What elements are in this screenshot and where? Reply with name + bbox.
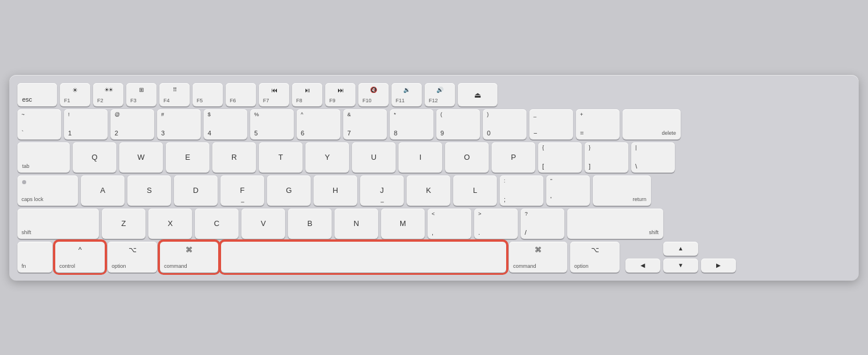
key-rbracket[interactable]: } ] [585,142,628,173]
key-q[interactable]: Q [73,142,116,173]
key-option-right[interactable]: ⌥ option [570,242,620,272]
key-9[interactable]: ( 9 [436,109,480,139]
keyboard: esc ☀ F1 ☀☀ F2 ⊞ F3 ⠿ F4 F5 F6 ⏮ F7 ⏯ [9,75,859,281]
key-return[interactable]: return [593,175,651,206]
key-comma[interactable]: < , [428,209,471,239]
key-e[interactable]: E [166,142,209,173]
key-f5[interactable]: F5 [193,83,223,106]
key-command-left[interactable]: ⌘ command [160,242,218,272]
arrow-cluster: ▲ ◀ ▼ ▶ [625,242,736,272]
key-minus[interactable]: _ − [529,109,573,139]
fn-row: esc ☀ F1 ☀☀ F2 ⊞ F3 ⠿ F4 F5 F6 ⏮ F7 ⏯ [17,83,851,106]
key-i[interactable]: I [399,142,442,173]
capslock-indicator [22,180,26,184]
key-arrow-right[interactable]: ▶ [701,259,736,272]
key-y[interactable]: Y [305,142,349,173]
command-icon-left: ⌘ [164,246,214,254]
key-v[interactable]: V [241,209,285,239]
key-capslock[interactable]: caps lock [17,175,78,206]
key-c[interactable]: C [195,209,239,239]
key-slash[interactable]: ? / [521,209,564,239]
key-b[interactable]: B [288,209,332,239]
control-up-icon: ^ [59,246,101,254]
key-eject[interactable]: ⏏ [458,83,497,106]
key-arrow-left[interactable]: ◀ [625,259,660,272]
key-x[interactable]: X [148,209,192,239]
key-g[interactable]: G [267,175,311,206]
key-equal[interactable]: + = [576,109,620,139]
key-2[interactable]: @ 2 [111,109,154,139]
key-w[interactable]: W [119,142,163,173]
key-fn[interactable]: fn [17,242,52,272]
key-f12[interactable]: 🔊 F12 [425,83,455,106]
key-tab[interactable]: tab [17,142,70,173]
key-8[interactable]: * 8 [390,109,433,139]
key-3[interactable]: # 3 [157,109,201,139]
asdf-row: caps lock A S D F G H J K L [17,175,851,206]
key-h[interactable]: H [314,175,357,206]
key-f4[interactable]: ⠿ F4 [159,83,190,106]
key-option-left[interactable]: ⌥ option [108,242,157,272]
key-4[interactable]: $ 4 [204,109,247,139]
qwerty-row: tab Q W E R T Y U I O P [17,142,851,173]
key-f9[interactable]: ⏭ F9 [325,83,355,106]
key-n[interactable]: N [335,209,378,239]
command-icon-right: ⌘ [513,246,563,254]
key-f[interactable]: F [220,175,264,206]
key-f7[interactable]: ⏮ F7 [259,83,289,106]
key-0[interactable]: ) 0 [483,109,527,139]
key-5[interactable]: % 5 [250,109,294,139]
key-a[interactable]: A [81,175,124,206]
key-grave[interactable]: ~ ` [17,109,61,139]
key-r[interactable]: R [212,142,256,173]
key-f10[interactable]: 🔇 F10 [358,83,389,106]
key-esc[interactable]: esc [17,83,57,106]
key-control[interactable]: ^ control [55,242,105,272]
key-shift-right[interactable]: shift [567,209,663,239]
key-lbracket[interactable]: { [ [538,142,582,173]
bottom-row: fn ^ control ⌥ option ⌘ command ⌘ comman… [17,242,851,272]
key-f1[interactable]: ☀ F1 [60,83,90,106]
key-6[interactable]: ^ 6 [297,109,340,139]
arrow-up-row: ▲ [625,242,736,256]
key-1[interactable]: ! 1 [64,109,108,139]
key-u[interactable]: U [352,142,396,173]
key-period[interactable]: > . [474,209,518,239]
arrow-bottom-row: ◀ ▼ ▶ [625,259,736,272]
number-row: ~ ` ! 1 @ 2 # 3 $ 4 % 5 ^ 6 & 7 [17,109,851,139]
key-j[interactable]: J [360,175,404,206]
key-space[interactable] [221,242,506,272]
key-f3[interactable]: ⊞ F3 [126,83,156,106]
key-backslash[interactable]: | \ [631,142,675,173]
key-arrow-down[interactable]: ▼ [663,259,698,272]
key-quote[interactable]: " ' [546,175,590,206]
key-o[interactable]: O [445,142,489,173]
key-d[interactable]: D [174,175,218,206]
zxcv-row: shift Z X C V B N M < , > . [17,209,851,239]
option-icon-right: ⌥ [574,246,616,254]
key-s[interactable]: S [127,175,171,206]
key-f11[interactable]: 🔉 F11 [392,83,422,106]
key-k[interactable]: K [407,175,450,206]
key-shift-left[interactable]: shift [17,209,99,239]
key-t[interactable]: T [259,142,303,173]
key-m[interactable]: M [381,209,425,239]
key-arrow-up[interactable]: ▲ [663,242,698,256]
key-delete[interactable]: delete [622,109,681,139]
key-command-right[interactable]: ⌘ command [509,242,567,272]
key-f6[interactable]: F6 [226,83,256,106]
key-f8[interactable]: ⏯ F8 [292,83,322,106]
key-l[interactable]: L [453,175,497,206]
key-z[interactable]: Z [102,209,145,239]
key-p[interactable]: P [492,142,535,173]
key-f2[interactable]: ☀☀ F2 [93,83,123,106]
key-7[interactable]: & 7 [343,109,387,139]
option-icon-left: ⌥ [112,246,153,254]
key-semicolon[interactable]: : ; [500,175,543,206]
